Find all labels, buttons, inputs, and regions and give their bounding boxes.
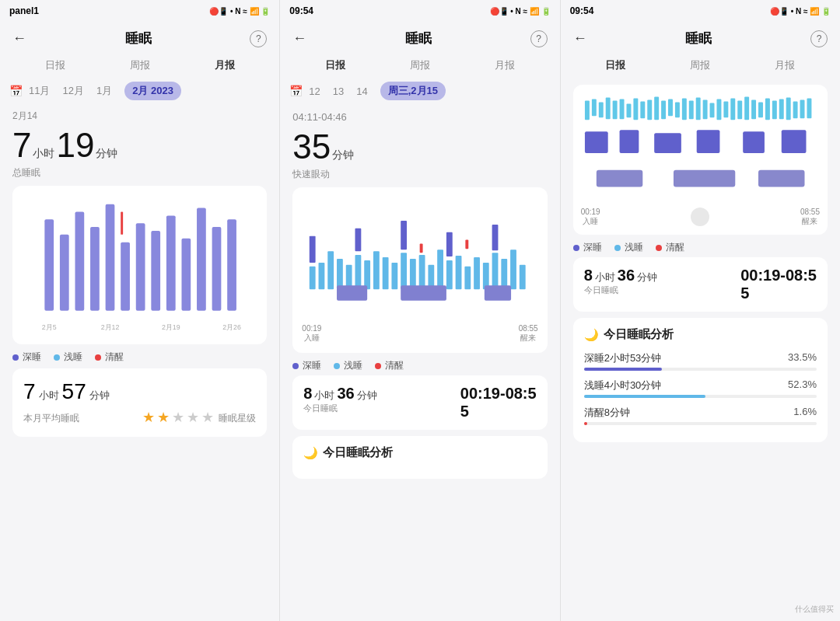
status-time-3: 09:54 bbox=[570, 5, 594, 16]
stars-label: 睡眠星级 bbox=[219, 412, 256, 425]
panel3-analysis-card: 🌙 今日睡眠分析 深睡2小时53分钟 33.5% bbox=[573, 318, 828, 442]
awake-row-pct: 1.6% bbox=[793, 406, 817, 420]
tab2-weekly[interactable]: 周报 bbox=[404, 55, 436, 75]
panel2-big-num: 35 bbox=[292, 127, 331, 166]
panel2-wake-time: 08:55 醒来 bbox=[519, 324, 538, 344]
panel1-mins-unit: 分钟 bbox=[96, 147, 117, 161]
awake-progress-fill bbox=[584, 422, 588, 425]
panel2-range-text: 00:19-08:55 bbox=[460, 385, 537, 420]
status-time-2: 09:54 bbox=[289, 5, 313, 16]
cal-day-15[interactable]: 周三,2月15 bbox=[380, 82, 446, 100]
help-button-2[interactable]: ? bbox=[530, 30, 548, 47]
tab2-daily[interactable]: 日报 bbox=[319, 55, 352, 75]
svg-rect-20 bbox=[328, 251, 334, 289]
panel3-scroll: 00:19 入睡 08:55 醒来 深睡 bbox=[561, 78, 840, 621]
svg-rect-78 bbox=[765, 99, 770, 120]
svg-rect-93 bbox=[758, 170, 804, 187]
panel2-big-unit: 分钟 bbox=[332, 148, 354, 162]
tab1-daily[interactable]: 日报 bbox=[39, 55, 72, 75]
cal-month-feb[interactable]: 2月 2023 bbox=[124, 82, 181, 100]
svg-rect-88 bbox=[696, 130, 719, 153]
svg-rect-27 bbox=[392, 263, 398, 289]
panel1-header: ← 睡眠 ? bbox=[0, 22, 279, 52]
panel2-analysis-title: 🌙 今日睡眠分析 bbox=[303, 445, 536, 460]
panel3-summary-left: 8 小时 36 分钟 今日睡眠 bbox=[584, 267, 657, 296]
panel2-summary-range: 00:19-08:55 bbox=[460, 385, 537, 420]
svg-rect-60 bbox=[640, 102, 645, 119]
svg-rect-73 bbox=[730, 99, 735, 120]
panel1-bottom-card: 7 小时 57 分钟 本月平均睡眠 ★ ★ ★ ★ bbox=[12, 368, 267, 437]
panel1-title: 睡眠 bbox=[125, 30, 152, 47]
legend-light-sleep-2: 浅睡 bbox=[334, 359, 362, 372]
tab2-monthly[interactable]: 月报 bbox=[488, 55, 521, 75]
star-5: ★ bbox=[201, 409, 214, 426]
cal-day-14[interactable]: 14 bbox=[356, 85, 367, 97]
awake-row-header: 清醒8分钟 1.6% bbox=[584, 406, 817, 420]
panel3-s-mins-unit: 分钟 bbox=[637, 270, 657, 284]
panel3-content: 00:19 入睡 08:55 醒来 深睡 bbox=[561, 78, 840, 621]
cal-month-jan[interactable]: 1月 bbox=[96, 84, 112, 98]
svg-rect-50 bbox=[401, 285, 447, 301]
panel-daily-analysis: ← 睡眠 ? 日报 周报 月报 bbox=[561, 22, 840, 621]
tab1-weekly[interactable]: 周报 bbox=[124, 55, 156, 75]
svg-rect-83 bbox=[800, 100, 804, 119]
panel2-stat-label: 快速眼动 bbox=[292, 168, 547, 181]
svg-rect-42 bbox=[310, 236, 316, 263]
svg-rect-37 bbox=[483, 263, 489, 289]
deep-sleep-progress-bg bbox=[584, 368, 817, 371]
back-button-2[interactable]: ← bbox=[292, 30, 306, 47]
avg-mins-unit: 分钟 bbox=[89, 389, 110, 403]
svg-rect-91 bbox=[596, 170, 642, 187]
panel2-sleep-summary: 8 小时 36 分钟 今日睡眠 00:19-08:55 bbox=[292, 375, 547, 430]
deep-sleep-label-3: 深睡 bbox=[583, 241, 602, 254]
status-icons-1: 🔴📱 • N ≈ 📶 🔋 bbox=[209, 7, 270, 16]
panel-daily-rem: ← 睡眠 ? 日报 周报 月报 📅 12 13 14 周三,2月15 04:11… bbox=[280, 22, 560, 621]
svg-rect-85 bbox=[585, 131, 608, 153]
svg-rect-56 bbox=[612, 101, 617, 120]
help-button-3[interactable]: ? bbox=[810, 30, 828, 47]
analysis-light-sleep-row: 浅睡4小时30分钟 52.3% bbox=[584, 379, 817, 398]
back-button-1[interactable]: ← bbox=[12, 30, 26, 47]
panel3-header: ← 睡眠 ? bbox=[561, 22, 840, 52]
svg-rect-40 bbox=[510, 249, 516, 289]
svg-rect-8 bbox=[166, 215, 176, 310]
svg-rect-53 bbox=[592, 99, 597, 117]
awake-label-3: 清醒 bbox=[666, 241, 684, 254]
deep-sleep-dot-2 bbox=[292, 363, 299, 369]
back-button-3[interactable]: ← bbox=[573, 30, 587, 47]
tab3-monthly[interactable]: 月报 bbox=[768, 55, 801, 75]
svg-rect-82 bbox=[793, 102, 797, 119]
svg-rect-29 bbox=[410, 259, 416, 289]
panel2-time-labels: 00:19 入睡 08:55 醒来 bbox=[302, 324, 537, 344]
cal-day-13[interactable]: 13 bbox=[333, 85, 344, 97]
light-sleep-label-1: 浅睡 bbox=[64, 351, 82, 364]
deep-sleep-row-label: 深睡2小时53分钟 bbox=[584, 351, 662, 365]
star-1: ★ bbox=[142, 409, 155, 426]
cal-month-dec[interactable]: 12月 bbox=[62, 84, 83, 98]
legend-awake-1: 清醒 bbox=[95, 351, 124, 364]
legend-deep-sleep-2: 深睡 bbox=[292, 359, 321, 372]
legend-awake-2: 清醒 bbox=[375, 359, 404, 372]
svg-rect-80 bbox=[779, 99, 783, 120]
cal-month-nov[interactable]: 11月 bbox=[29, 84, 50, 98]
panels-container: ← 睡眠 ? 日报 周报 月报 📅 11月 12月 1月 2月 2023 2月1… bbox=[0, 22, 840, 621]
svg-rect-7 bbox=[151, 231, 160, 311]
tab3-daily[interactable]: 日报 bbox=[599, 55, 632, 75]
svg-rect-90 bbox=[781, 130, 806, 153]
tab1-monthly[interactable]: 月报 bbox=[208, 55, 241, 75]
svg-rect-62 bbox=[654, 97, 659, 120]
svg-rect-43 bbox=[355, 229, 362, 251]
svg-rect-67 bbox=[688, 101, 693, 120]
panel1-rating-row: 本月平均睡眠 ★ ★ ★ ★ ★ 睡眠星级 bbox=[23, 409, 256, 426]
cal-day-12[interactable]: 12 bbox=[309, 85, 320, 97]
light-sleep-dot-3 bbox=[614, 245, 621, 251]
panel1-big-stat: 7 小时 19 分钟 bbox=[12, 126, 267, 165]
panel2-s-hours: 8 bbox=[303, 385, 312, 403]
panel3-s-hours: 8 bbox=[584, 267, 593, 284]
tab3-weekly[interactable]: 周报 bbox=[684, 55, 716, 75]
svg-rect-5 bbox=[121, 242, 130, 311]
help-button-1[interactable]: ? bbox=[250, 30, 267, 47]
analysis-moon-icon-3: 🌙 bbox=[584, 328, 599, 342]
svg-rect-38 bbox=[492, 253, 499, 289]
svg-rect-86 bbox=[619, 130, 639, 153]
